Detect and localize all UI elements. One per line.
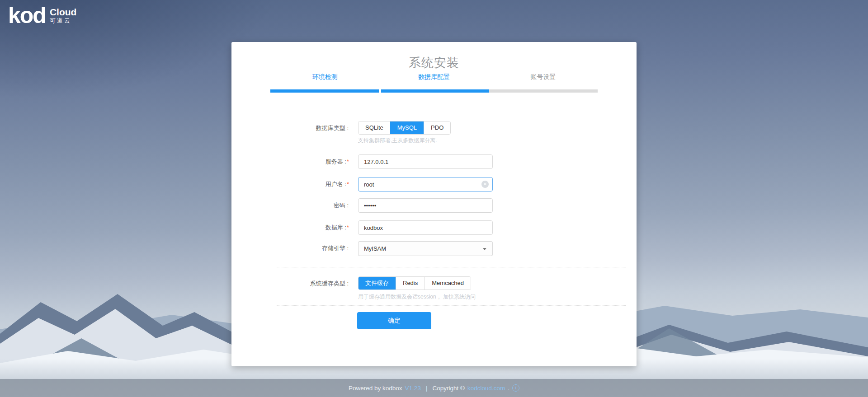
chevron-down-icon	[483, 248, 486, 250]
engine-label-text: 存储引擎 :	[322, 245, 349, 252]
wizard-progress-bar	[270, 89, 598, 93]
kodcloud-link[interactable]: kodcloud.com	[467, 385, 505, 392]
divider-dotted-bottom	[277, 305, 626, 306]
username-label-text: 用户名 :	[326, 181, 346, 187]
tab-db-config[interactable]: 数据库配置	[379, 73, 488, 81]
password-label: 密码 :	[231, 198, 349, 213]
server-row: 服务器 :*	[231, 154, 637, 169]
db-type-option-sqlite[interactable]: SQLite	[359, 121, 390, 134]
confirm-button[interactable]: 确定	[357, 312, 431, 329]
powered-by-text: Powered by kodbox	[349, 385, 402, 392]
copyright-text: Copyright ©	[432, 385, 464, 392]
footer-bar: Powered by kodbox V1.23 | Copyright © ko…	[0, 379, 868, 397]
logo-product-name-cn: 可道云	[50, 17, 76, 24]
server-input[interactable]	[358, 154, 493, 169]
progress-segment-pending	[489, 89, 598, 93]
cache-option-file[interactable]: 文件缓存	[359, 277, 396, 290]
password-input[interactable]	[358, 198, 493, 213]
database-label-text: 数据库 :	[326, 224, 346, 231]
info-icon[interactable]: i	[512, 384, 519, 392]
cache-type-label: 系统缓存类型 :	[231, 276, 349, 291]
logo-brand-text: kod	[8, 4, 46, 27]
db-type-option-mysql[interactable]: MySQL	[390, 121, 424, 134]
db-type-option-pdo[interactable]: PDO	[424, 121, 450, 134]
engine-select[interactable]: MyISAM	[358, 241, 493, 256]
cache-type-segmented-control: 文件缓存 Redis Memcached	[358, 276, 471, 290]
db-type-row: 数据库类型 : SQLite MySQL PDO	[231, 121, 637, 135]
cache-type-label-text: 系统缓存类型 :	[310, 280, 349, 287]
install-dialog: 系统安装 环境检测 数据库配置 账号设置 数据库类型 : SQLite MySQ…	[231, 42, 637, 366]
version-link[interactable]: V1.23	[405, 385, 421, 392]
server-label-text: 服务器 :	[326, 158, 346, 165]
server-required-mark: *	[347, 158, 349, 165]
db-type-label-text: 数据库类型 :	[316, 125, 349, 131]
username-input[interactable]	[358, 177, 493, 191]
page-title: 系统安装	[231, 55, 637, 71]
server-label: 服务器 :*	[231, 154, 349, 169]
cache-option-memcached[interactable]: Memcached	[425, 277, 471, 290]
username-label: 用户名 :*	[231, 177, 349, 191]
password-row: 密码 :	[231, 198, 637, 213]
tab-env-check[interactable]: 环境检测	[270, 73, 379, 81]
cache-type-row: 系统缓存类型 : 文件缓存 Redis Memcached	[231, 276, 637, 291]
logo-product-name: Cloud	[50, 7, 76, 17]
cache-option-redis[interactable]: Redis	[396, 277, 425, 290]
wizard-steps: 环境检测 数据库配置 账号设置	[270, 73, 598, 81]
db-type-label: 数据库类型 :	[231, 121, 349, 135]
clear-input-icon[interactable]: ✕	[481, 181, 489, 188]
database-label: 数据库 :*	[231, 220, 349, 235]
progress-segment-done	[270, 89, 379, 93]
database-required-mark: *	[347, 224, 349, 231]
engine-row: 存储引擎 : MyISAM	[231, 241, 637, 256]
footer-period: .	[508, 385, 509, 392]
engine-label: 存储引擎 :	[231, 241, 349, 256]
username-required-mark: *	[347, 181, 349, 187]
database-input[interactable]	[358, 220, 493, 235]
database-row: 数据库 :*	[231, 220, 637, 235]
password-label-text: 密码 :	[334, 202, 349, 209]
username-row: 用户名 :* ✕	[231, 177, 637, 191]
tab-account[interactable]: 账号设置	[489, 73, 598, 81]
divider-dotted-top	[277, 267, 626, 267]
kodcloud-logo: kod Cloud 可道云	[8, 4, 76, 27]
progress-segment-active	[381, 89, 490, 93]
db-type-helper-text: 支持集群部署,主从多数据库分离.	[358, 137, 437, 145]
cache-helper-text: 用于缓存通用数据及会话session， 加快系统访问	[358, 293, 476, 301]
db-type-segmented-control: SQLite MySQL PDO	[358, 121, 451, 135]
footer-separator: |	[426, 385, 428, 392]
engine-selected-value: MyISAM	[364, 245, 386, 252]
